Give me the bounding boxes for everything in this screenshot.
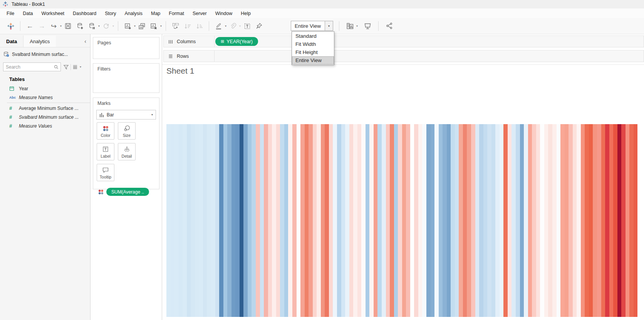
year-stripe[interactable] (317, 124, 321, 317)
fit-option-entire-view[interactable]: Entire View (292, 56, 334, 64)
view-options-icon[interactable] (72, 64, 78, 69)
rows-shelf-area[interactable] (215, 50, 644, 62)
year-stripe[interactable] (503, 124, 508, 317)
year-stripe[interactable] (439, 124, 443, 317)
year-stripe[interactable] (459, 124, 463, 317)
search-input[interactable] (3, 64, 54, 70)
new-data-source-button[interactable] (75, 20, 85, 32)
year-stripe[interactable] (369, 124, 374, 317)
new-worksheet-caret-icon[interactable]: ▾ (134, 24, 136, 28)
year-stripe[interactable] (414, 124, 418, 317)
expand-plus-icon[interactable]: ⊞ (221, 39, 224, 44)
year-stripe[interactable] (479, 124, 483, 317)
tab-analytics[interactable]: Analytics (23, 35, 56, 47)
year-stripe[interactable] (557, 124, 561, 317)
year-stripe[interactable] (341, 124, 345, 317)
year-stripe[interactable] (174, 124, 179, 317)
year-stripe[interactable] (382, 124, 386, 317)
year-stripe[interactable] (191, 124, 195, 317)
year-stripe[interactable] (463, 124, 467, 317)
year-stripe[interactable] (187, 124, 191, 317)
fit-option-fit-width[interactable]: Fit Width (292, 40, 334, 48)
year-stripe[interactable] (585, 124, 589, 317)
year-stripe[interactable] (219, 124, 223, 317)
year-stripe[interactable] (398, 124, 402, 317)
filter-fields-icon[interactable] (63, 64, 69, 70)
year-stripe[interactable] (520, 124, 524, 317)
size-button[interactable]: Size (118, 122, 136, 140)
year-stripe[interactable] (601, 124, 605, 317)
year-stripe[interactable] (569, 124, 573, 317)
menu-server[interactable]: Server (188, 9, 211, 18)
year-stripe[interactable] (305, 124, 309, 317)
year-stripe[interactable] (309, 124, 313, 317)
year-stripe[interactable] (276, 124, 280, 317)
year-stripe[interactable] (418, 124, 423, 317)
year-stripe[interactable] (386, 124, 390, 317)
year-stripe[interactable] (621, 124, 626, 317)
view-options-caret-icon[interactable]: ▾ (80, 65, 81, 69)
year-stripe[interactable] (171, 124, 175, 317)
year-stripe[interactable] (406, 124, 410, 317)
search-box[interactable] (3, 62, 61, 71)
year-stripe[interactable] (634, 124, 638, 317)
year-pill[interactable]: ⊞ YEAR(Year) (215, 37, 258, 46)
tableau-logo-button[interactable] (6, 20, 15, 32)
menu-data[interactable]: Data (18, 9, 37, 18)
year-stripe[interactable] (552, 124, 557, 317)
year-stripe[interactable] (589, 124, 593, 317)
year-stripe[interactable] (605, 124, 609, 317)
year-stripe[interactable] (166, 124, 171, 317)
year-stripe[interactable] (443, 124, 447, 317)
year-stripe[interactable] (231, 124, 236, 317)
year-stripe[interactable] (264, 124, 268, 317)
year-stripe[interactable] (410, 124, 414, 317)
menu-window[interactable]: Window (211, 9, 236, 18)
year-stripe[interactable] (613, 124, 617, 317)
year-stripe[interactable] (361, 124, 366, 317)
pages-shelf[interactable]: Pages (93, 37, 159, 59)
show-me-caret-icon[interactable]: ▾ (356, 24, 358, 28)
fix-axes-button[interactable] (254, 20, 264, 32)
year-stripe[interactable] (475, 124, 480, 317)
year-stripe[interactable] (434, 124, 439, 317)
fit-option-standard[interactable]: Standard (292, 32, 334, 40)
year-stripe[interactable] (491, 124, 496, 317)
field-year[interactable]: Year (0, 84, 90, 93)
menu-analysis[interactable]: Analysis (120, 9, 147, 18)
year-stripe[interactable] (227, 124, 231, 317)
save-button[interactable] (63, 20, 73, 32)
mark-type-dropdown[interactable]: Bar ▾ (96, 110, 156, 120)
tab-data[interactable]: Data (0, 35, 23, 47)
year-stripe[interactable] (260, 124, 264, 317)
year-stripe[interactable] (248, 124, 252, 317)
year-stripe[interactable] (516, 124, 520, 317)
sum-average-pill[interactable]: SUM(Average .. (106, 188, 149, 196)
field-measure-values[interactable]: #Measure Values (0, 121, 90, 130)
year-stripe[interactable] (353, 124, 357, 317)
year-stripe[interactable] (223, 124, 228, 317)
year-stripe[interactable] (349, 124, 354, 317)
menu-file[interactable]: File (2, 9, 18, 18)
clear-sheet-caret-icon[interactable]: ▾ (160, 24, 162, 28)
year-stripe[interactable] (211, 124, 215, 317)
year-stripe[interactable] (565, 124, 569, 317)
replay-caret-icon[interactable]: ▾ (60, 24, 62, 28)
year-stripe[interactable] (207, 124, 211, 317)
year-stripe[interactable] (235, 124, 240, 317)
year-stripe[interactable] (544, 124, 548, 317)
year-stripe[interactable] (280, 124, 284, 317)
field-svalbard-minimum-surface[interactable]: #Svalbard Minimum surface ... (0, 113, 90, 121)
year-stripe[interactable] (431, 124, 435, 317)
year-stripe[interactable] (394, 124, 398, 317)
year-stripe[interactable] (626, 124, 630, 317)
collapse-pane-button[interactable]: ‹ (80, 35, 90, 47)
year-stripe[interactable] (402, 124, 406, 317)
year-stripe[interactable] (471, 124, 475, 317)
year-stripe[interactable] (467, 124, 471, 317)
year-stripe[interactable] (540, 124, 544, 317)
tooltip-button[interactable]: Tooltip (97, 164, 114, 181)
year-stripe[interactable] (321, 124, 325, 317)
year-stripe[interactable] (337, 124, 341, 317)
highlight-caret-icon[interactable]: ▾ (225, 24, 226, 28)
